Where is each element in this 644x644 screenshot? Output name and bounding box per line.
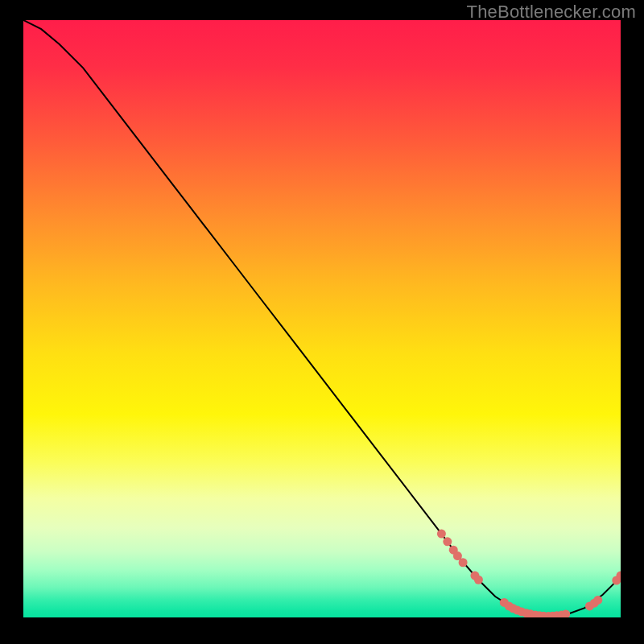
chart-stage: TheBottlenecker.com bbox=[0, 0, 644, 644]
highlight-point bbox=[443, 537, 452, 546]
highlight-point bbox=[474, 576, 483, 584]
highlight-point bbox=[593, 596, 602, 605]
curve-layer bbox=[23, 20, 621, 617]
plot-area bbox=[23, 20, 621, 617]
marker-group bbox=[437, 530, 621, 617]
highlight-point bbox=[459, 558, 468, 567]
bottleneck-curve bbox=[23, 20, 621, 617]
highlight-point bbox=[437, 530, 446, 539]
